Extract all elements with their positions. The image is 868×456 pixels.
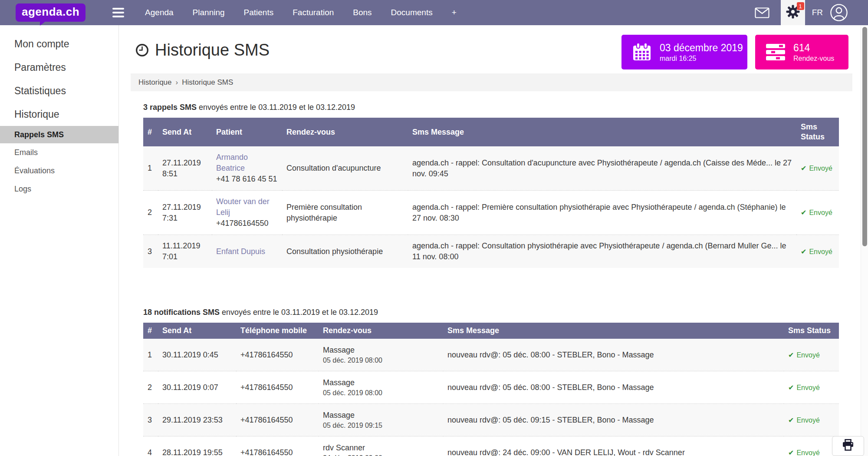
logo[interactable]: agenda.ch <box>16 3 85 22</box>
print-button[interactable] <box>832 436 864 456</box>
nav-item-patients[interactable]: Patients <box>244 8 274 17</box>
sidebar-item-statistiques[interactable]: Statistiques <box>0 79 118 102</box>
table-header-row: # Send At Téléphone mobile Rendez-vous S… <box>143 323 839 339</box>
send-at-cell: 27.11.20198:51 <box>158 146 212 191</box>
col-patient: Patient <box>212 118 282 146</box>
scrollbar-track[interactable] <box>861 25 868 456</box>
notifications-table: # Send At Téléphone mobile Rendez-vous S… <box>143 323 839 456</box>
patient-phone: +41 78 616 45 51 <box>216 174 278 185</box>
sidebar-item-evaluations[interactable]: Évaluations <box>0 162 118 180</box>
rows-icon <box>766 43 786 61</box>
notifications-heading-count: 18 notifications SMS <box>143 308 220 317</box>
nav-item-planning[interactable]: Planning <box>193 8 225 17</box>
table-row: 2 30.11.2019 0:07 +41786164550 Massage 0… <box>143 371 839 404</box>
rdv-cell: Consultation physiothérapie <box>282 235 408 268</box>
sidebar-item-historique[interactable]: Historique <box>0 102 118 126</box>
table-row: 3 29.11.2019 23:53 +41786164550 Massage … <box>143 404 839 436</box>
send-at-cell: 30.11.2019 0:07 <box>158 371 236 404</box>
nav-add-button[interactable]: + <box>452 8 457 17</box>
calendar-icon <box>632 43 652 62</box>
col-send-at: Send At <box>158 323 236 339</box>
nav-item-facturation[interactable]: Facturation <box>293 8 334 17</box>
breadcrumb-separator: › <box>176 78 178 87</box>
col-sms-message: Sms Message <box>408 118 796 146</box>
sms-status-cell: Envoyé <box>796 235 839 268</box>
sidebar-item-rappels-sms[interactable]: Rappels SMS <box>0 126 118 143</box>
rappels-heading: 3 rappels SMS envoyés entre le 03.11.201… <box>143 103 868 112</box>
rdv-cell: Massage 05 déc. 2019 09:15 <box>319 404 443 436</box>
check-icon <box>788 416 796 424</box>
rdv-cell: rdv Scanner 24 déc. 2019 09:00 <box>319 436 443 456</box>
send-at-cell: 28.11.2019 19:55 <box>158 436 236 456</box>
language-selector[interactable]: FR <box>812 8 823 17</box>
breadcrumb-historique[interactable]: Historique <box>138 78 172 87</box>
settings-button[interactable]: 1 <box>781 0 805 25</box>
check-icon <box>788 384 796 391</box>
table-row: 4 28.11.2019 19:55 +41786164550 rdv Scan… <box>143 436 839 456</box>
table-header-row: # Send At Patient Rendez-vous Sms Messag… <box>143 118 839 146</box>
check-icon <box>801 248 809 255</box>
rendez-vous-badge[interactable]: 614 Rendez-vous <box>755 35 848 69</box>
patient-cell: Armando Beatrice +41 78 616 45 51 <box>212 146 282 191</box>
rdv-badge-count: 614 <box>793 42 834 53</box>
sms-message-cell: nouveau rdv@: 24 déc. 09:00 - VAN DER LE… <box>443 436 784 456</box>
sms-status-cell: Envoyé <box>796 191 839 235</box>
main-content: Historique SMS 03 décembre 2019 mardi 16… <box>119 25 868 456</box>
topbar: agenda.ch Agenda Planning Patients Factu… <box>0 0 868 25</box>
menu-icon[interactable] <box>112 8 124 17</box>
envelope-icon[interactable] <box>755 7 769 18</box>
send-at-cell: 30.11.2019 0:45 <box>158 339 236 371</box>
rdv-badge-label: Rendez-vous <box>793 55 834 63</box>
col-num: # <box>143 118 158 146</box>
sms-message-cell: agenda.ch - rappel: Première consultatio… <box>408 191 796 235</box>
notifications-heading-range: envoyés entre le 03.11.2019 et le 03.12.… <box>220 308 378 317</box>
breadcrumb-current: Historique SMS <box>182 78 233 87</box>
sidebar-item-parametres[interactable]: Paramètres <box>0 56 118 79</box>
row-number: 1 <box>143 339 158 371</box>
col-sms-status: Sms Status <box>784 323 839 339</box>
send-at-cell: 11.11.20197:01 <box>158 235 212 268</box>
table-row: 1 27.11.20198:51 Armando Beatrice +41 78… <box>143 146 839 191</box>
check-icon <box>788 351 796 359</box>
row-number: 2 <box>143 191 158 235</box>
col-num: # <box>143 323 158 339</box>
nav-item-documents[interactable]: Documents <box>391 8 433 17</box>
date-badge-date: 03 décembre 2019 <box>660 42 743 53</box>
rdv-cell: Massage 05 déc. 2019 08:00 <box>319 371 443 404</box>
patient-phone: +41786164550 <box>216 218 278 229</box>
row-number: 2 <box>143 371 158 404</box>
patient-link[interactable]: Enfant Dupuis <box>216 247 265 256</box>
account-icon[interactable] <box>830 3 848 22</box>
nav-item-agenda[interactable]: Agenda <box>145 8 174 17</box>
check-icon <box>801 209 809 216</box>
rdv-cell: Première consultation physiothérapie <box>282 191 408 235</box>
sms-message-cell: nouveau rdv@: 05 déc. 08:00 - STEBLER, B… <box>443 371 784 404</box>
sidebar-item-logs[interactable]: Logs <box>0 180 118 198</box>
check-icon <box>788 449 796 456</box>
table-row: 3 11.11.20197:01 Enfant Dupuis Consultat… <box>143 235 839 268</box>
scrollbar-thumb[interactable] <box>862 27 867 246</box>
sidebar-item-mon-compte[interactable]: Mon compte <box>0 32 118 56</box>
patient-cell: Enfant Dupuis <box>212 235 282 268</box>
patient-link[interactable]: Wouter van der Lelij <box>216 197 270 217</box>
send-at-cell: 27.11.20197:31 <box>158 191 212 235</box>
rappels-heading-count: 3 rappels SMS <box>143 103 197 112</box>
send-at-cell: 29.11.2019 23:53 <box>158 404 236 436</box>
page-title: Historique SMS <box>155 41 270 59</box>
top-navigation: Agenda Planning Patients Facturation Bon… <box>145 8 457 17</box>
date-badge[interactable]: 03 décembre 2019 mardi 16:25 <box>621 35 747 69</box>
sidebar-item-emails[interactable]: Emails <box>0 143 118 162</box>
sms-message-cell: agenda.ch - rappel: Consultation d'acupu… <box>408 146 796 191</box>
printer-icon <box>842 439 855 453</box>
phone-cell: +41786164550 <box>236 339 319 371</box>
table-row: 2 27.11.20197:31 Wouter van der Lelij +4… <box>143 191 839 235</box>
nav-item-bons[interactable]: Bons <box>353 8 372 17</box>
sms-status-cell: Envoyé <box>796 146 839 191</box>
table-row: 1 30.11.2019 0:45 +41786164550 Massage 0… <box>143 339 839 371</box>
rappels-heading-range: envoyés entre le 03.11.2019 et le 03.12.… <box>197 103 355 112</box>
row-number: 3 <box>143 404 158 436</box>
rdv-cell: Massage 05 déc. 2019 08:00 <box>319 339 443 371</box>
sms-status-cell: Envoyé <box>784 371 839 404</box>
patient-link[interactable]: Armando Beatrice <box>216 153 248 172</box>
sms-message-cell: agenda.ch - rappel: Consultation physiot… <box>408 235 796 268</box>
